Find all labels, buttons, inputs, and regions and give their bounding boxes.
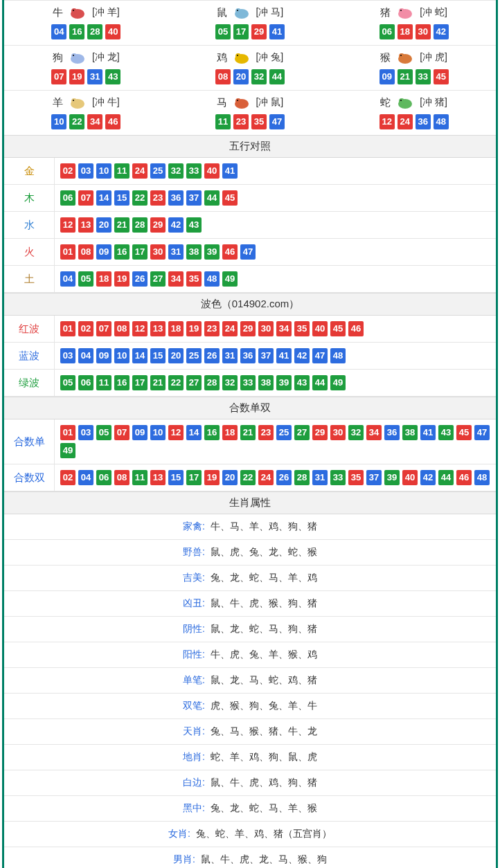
zodiac-cell: 狗 [冲 龙] 07193143: [4, 45, 168, 90]
number-ball: 27: [294, 425, 310, 440]
attr-val: 鼠、龙、蛇、马、狗、猪: [211, 623, 317, 634]
number-ball: 09: [96, 244, 111, 260]
number-ball: 02: [60, 470, 75, 485]
number-ball: 27: [150, 271, 166, 287]
number-ball: 21: [240, 425, 256, 440]
number-ball: 43: [294, 375, 310, 390]
row-balls: 04051819262734354849: [55, 266, 497, 293]
zodiac-balls: 09213345: [334, 69, 493, 84]
svg-point-13: [235, 53, 241, 59]
attr-row: 黑中: 兔、龙、蛇、马、羊、猴: [4, 796, 496, 822]
number-ball: 39: [204, 244, 220, 260]
attr-row: 单笔: 鼠、龙、马、蛇、鸡、猪: [4, 668, 496, 694]
attr-val: 鼠、虎、兔、龙、蛇、猴: [211, 546, 317, 557]
number-ball: 11: [114, 163, 130, 179]
number-ball: 45: [434, 69, 449, 84]
number-ball: 17: [233, 24, 249, 39]
row-key: 木: [4, 185, 55, 212]
number-ball: 05: [96, 425, 111, 440]
number-ball: 21: [398, 69, 413, 84]
attr-val: 鼠、龙、马、蛇、鸡、猪: [211, 674, 317, 685]
number-ball: 39: [276, 375, 292, 390]
number-ball: 19: [204, 470, 220, 485]
number-ball: 01: [60, 425, 75, 440]
number-ball: 20: [233, 69, 249, 84]
number-ball: 33: [240, 375, 256, 390]
number-ball: 34: [87, 114, 102, 129]
number-ball: 24: [132, 163, 148, 179]
number-ball: 21: [150, 375, 166, 390]
number-ball: 47: [474, 425, 490, 440]
zodiac-name: 马: [217, 96, 227, 109]
number-ball: 37: [186, 190, 202, 206]
number-ball: 03: [78, 425, 93, 440]
row-key: 金: [4, 158, 55, 185]
number-ball: 44: [438, 470, 454, 485]
goat-icon: [67, 95, 88, 110]
table-row: 火 0108091617303138394647: [4, 239, 496, 266]
table-row: 水 1213202128294243: [4, 212, 496, 239]
number-ball: 35: [348, 470, 364, 485]
number-ball: 46: [456, 470, 472, 485]
zodiac-title: 羊 [冲 牛]: [7, 95, 166, 110]
table-row: 红波 0102070812131819232429303435404546: [4, 316, 496, 343]
number-ball: 28: [132, 217, 148, 233]
number-ball: 07: [51, 69, 66, 84]
attr-row: 地肖: 蛇、羊、鸡、狗、鼠、虎: [4, 745, 496, 770]
heshu-table: 合数单 010305070910121416182123252729303234…: [4, 419, 496, 491]
number-ball: 09: [380, 69, 395, 84]
attr-row: 家禽: 牛、马、羊、鸡、狗、猪: [4, 514, 496, 540]
zodiac-balls: 06183042: [334, 24, 493, 39]
zodiac-cell: 羊 [冲 牛] 10223446: [4, 90, 168, 135]
number-ball: 30: [330, 425, 346, 440]
number-ball: 08: [114, 321, 130, 336]
svg-point-20: [73, 100, 74, 101]
attr-val: 鼠、牛、虎、猴、狗、猪: [211, 597, 317, 608]
number-ball: 36: [240, 348, 256, 363]
number-ball: 29: [240, 321, 256, 336]
number-ball: 06: [78, 375, 93, 390]
number-ball: 19: [186, 321, 202, 336]
svg-point-4: [235, 8, 241, 14]
zodiac-balls: 04162840: [7, 24, 166, 39]
number-ball: 15: [114, 190, 130, 206]
rooster-icon: [231, 50, 252, 65]
number-ball: 22: [132, 190, 148, 206]
attr-val: 兔、龙、蛇、马、羊、猴: [211, 802, 317, 813]
zodiac-conflict: [冲 羊]: [92, 6, 120, 19]
zodiac-icon: [67, 50, 88, 65]
row-balls: 02031011242532334041: [55, 158, 497, 185]
number-ball: 17: [132, 375, 148, 390]
number-ball: 23: [150, 190, 166, 206]
attr-row: 阴性: 鼠、龙、蛇、马、狗、猪: [4, 617, 496, 642]
zodiac-name: 牛: [53, 6, 63, 19]
number-ball: 25: [150, 163, 166, 179]
zodiac-conflict: [冲 兔]: [256, 51, 284, 64]
attr-row: 男肖: 鼠、牛、虎、龙、马、猴、狗: [4, 847, 496, 869]
zodiac-cell: 猴 [冲 虎] 09213345: [332, 45, 496, 90]
attr-row: 女肖: 兔、蛇、羊、鸡、猪（五宫肖）: [4, 822, 496, 847]
row-balls: 0204060811131517192022242628313335373940…: [55, 464, 497, 491]
attr-val: 虎、猴、狗、兔、羊、牛: [211, 700, 317, 711]
monkey-icon: [395, 50, 416, 65]
number-ball: 08: [78, 244, 93, 260]
zodiac-conflict: [冲 龙]: [92, 51, 120, 64]
number-ball: 31: [87, 69, 102, 84]
number-ball: 47: [269, 114, 285, 129]
number-ball: 34: [276, 321, 292, 336]
number-ball: 15: [168, 470, 184, 485]
number-ball: 46: [105, 114, 120, 129]
number-ball: 03: [60, 348, 75, 363]
zodiac-icon: [231, 50, 252, 65]
attr-key: 家禽:: [183, 521, 205, 532]
number-ball: 35: [186, 271, 202, 287]
number-ball: 26: [276, 470, 292, 485]
number-ball: 44: [312, 375, 328, 390]
zodiac-title: 鼠 [冲 马]: [171, 5, 330, 20]
table-row: 合数双 020406081113151719202224262831333537…: [4, 464, 496, 491]
number-ball: 33: [416, 69, 431, 84]
number-ball: 45: [456, 425, 472, 440]
number-ball: 41: [420, 425, 436, 440]
attr-key: 吉美:: [183, 572, 205, 583]
zodiac-balls: 11233547: [171, 114, 330, 129]
